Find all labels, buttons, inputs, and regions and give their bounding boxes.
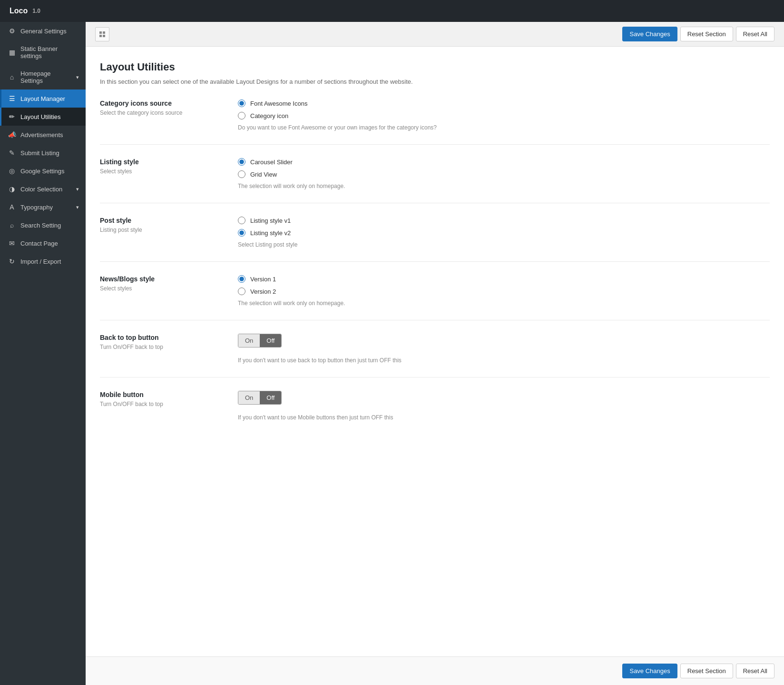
radio-label-font-awesome: Font Awesome Icons [250,100,307,107]
svg-rect-1 [103,31,105,34]
sidebar-item-static-banner[interactable]: ▦Static Banner settings [0,40,86,65]
section-controls-category-icons-source: Font Awesome IconsCategory iconDo you wa… [238,99,770,131]
sidebar-item-import-export[interactable]: ↻Import / Export [0,252,86,270]
sidebar-item-search-setting[interactable]: ⌕Search Setting [0,216,86,234]
layout-utilities-icon: ✏ [8,113,16,120]
section-description: Listing post style [100,227,224,233]
radio-option-version-2[interactable]: Version 2 [238,288,770,295]
page-content: Layout Utilities In this section you can… [86,47,784,656]
search-setting-icon: ⌕ [8,221,16,229]
radio-option-grid-view[interactable]: Grid View [238,170,770,178]
section-label-listing-style: Listing styleSelect styles [100,158,224,189]
section-hint: The selection will work only on homepage… [238,300,770,307]
radio-input-version-2[interactable] [238,288,245,295]
sidebar-item-homepage-settings[interactable]: ⌂Homepage Settings▾ [0,65,86,89]
sidebar-item-general-settings[interactable]: ⚙General Settings [0,22,86,40]
section-title: Mobile button [100,391,224,398]
app-name: Loco [10,7,28,15]
section-title: Back to top button [100,334,224,341]
section-title: Listing style [100,158,224,166]
section-label-category-icons-source: Category icons sourceSelect the category… [100,99,224,131]
sidebar-item-label: Static Banner settings [20,45,79,60]
radio-input-font-awesome[interactable] [238,99,245,107]
section-controls-back-to-top: OnOffIf you don't want to use back to to… [238,334,770,364]
top-reset-all-button[interactable]: Reset All [736,27,774,41]
section-controls-post-style: Listing style v1Listing style v2Select L… [238,217,770,248]
submit-listing-icon: ✎ [8,149,16,157]
typography-icon: A [8,203,16,211]
radio-input-carousel-slider[interactable] [238,158,245,166]
sidebar-item-google-settings[interactable]: ◎Google Settings [0,162,86,180]
radio-option-category-icon[interactable]: Category icon [238,112,770,119]
radio-option-font-awesome[interactable]: Font Awesome Icons [238,99,770,107]
sidebar-item-color-selection[interactable]: ◑Color Selection▾ [0,180,86,198]
sidebar-item-layout-manager[interactable]: ☰Layout Manager [0,89,86,108]
sidebar-item-label: General Settings [20,28,67,35]
radio-option-carousel-slider[interactable]: Carousel Slider [238,158,770,166]
radio-option-listing-style-v1[interactable]: Listing style v1 [238,217,770,224]
radio-option-version-1[interactable]: Version 1 [238,275,770,283]
radio-input-listing-style-v1[interactable] [238,217,245,224]
section-description: Select the category icons source [100,109,224,116]
section-label-back-to-top: Back to top buttonTurn On/OFF back to to… [100,334,224,364]
color-selection-icon: ◑ [8,185,16,193]
settings-sections: Category icons sourceSelect the category… [100,99,770,434]
sidebar-item-layout-utilities[interactable]: ✏Layout Utilities [0,108,86,126]
toggle-on-mobile-button[interactable]: On [238,391,260,404]
section-hint: If you don't want to use back to top but… [238,357,770,364]
settings-section-news-blogs-style: News/Blogs styleSelect stylesVersion 1Ve… [100,261,770,320]
bottom-reset-all-button[interactable]: Reset All [736,664,774,678]
section-controls-listing-style: Carousel SliderGrid ViewThe selection wi… [238,158,770,189]
sidebar-item-label: Contact Page [20,240,58,247]
settings-section-post-style: Post styleListing post styleListing styl… [100,203,770,261]
sidebar-item-label: Color Selection [20,186,62,193]
section-label-mobile-button: Mobile buttonTurn On/OFF back to top [100,391,224,421]
radio-input-category-icon[interactable] [238,112,245,119]
sidebar-item-label: Google Settings [20,168,65,175]
radio-input-grid-view[interactable] [238,170,245,178]
sidebar-item-label: Search Setting [20,222,61,229]
section-label-news-blogs-style: News/Blogs styleSelect styles [100,275,224,307]
sidebar-item-advertisements[interactable]: 📣Advertisements [0,126,86,144]
google-settings-icon: ◎ [8,167,16,175]
section-hint: Select Listing post style [238,241,770,248]
toggle-group-back-to-top: OnOff [238,334,282,347]
sidebar-item-contact-page[interactable]: ✉Contact Page [0,234,86,252]
sidebar-item-label: Layout Manager [20,95,65,102]
action-bar-right: Save Changes Reset Section Reset All [622,27,774,41]
radio-label-version-2: Version 2 [250,288,276,295]
section-title: News/Blogs style [100,275,224,283]
sidebar-item-submit-listing[interactable]: ✎Submit Listing [0,144,86,162]
toggle-off-back-to-top[interactable]: Off [260,334,281,347]
sidebar-item-typography[interactable]: ATypography▾ [0,198,86,216]
section-hint: Do you want to use Font Awesome or your … [238,124,770,131]
section-title: Post style [100,217,224,224]
radio-label-version-1: Version 1 [250,276,276,283]
grid-icon [99,31,106,38]
radio-label-listing-style-v1: Listing style v1 [250,217,291,224]
radio-label-grid-view: Grid View [250,171,277,178]
toggle-off-mobile-button[interactable]: Off [260,391,281,404]
top-reset-section-button[interactable]: Reset Section [680,27,733,41]
sidebar-item-label: Submit Listing [20,149,59,157]
radio-option-listing-style-v2[interactable]: Listing style v2 [238,229,770,237]
toggle-on-back-to-top[interactable]: On [238,334,260,347]
static-banner-icon: ▦ [8,49,16,56]
top-save-button[interactable]: Save Changes [622,27,677,41]
grid-icon-button[interactable] [95,27,109,41]
radio-input-version-1[interactable] [238,275,245,283]
radio-input-listing-style-v2[interactable] [238,229,245,237]
section-controls-mobile-button: OnOffIf you don't want to use Mobile but… [238,391,770,421]
sidebar-item-label: Typography [20,204,53,211]
svg-rect-2 [99,35,102,37]
top-action-bar: Save Changes Reset Section Reset All [86,22,784,47]
sidebar-item-label: Layout Utilities [20,113,61,120]
bottom-reset-section-button[interactable]: Reset Section [680,664,733,678]
top-bar: Loco 1.0 [0,0,784,22]
contact-page-icon: ✉ [8,239,16,247]
radio-label-listing-style-v2: Listing style v2 [250,229,291,237]
layout-manager-icon: ☰ [8,95,16,102]
bottom-save-button[interactable]: Save Changes [622,664,677,678]
section-title: Category icons source [100,99,224,107]
settings-section-category-icons-source: Category icons sourceSelect the category… [100,99,770,144]
